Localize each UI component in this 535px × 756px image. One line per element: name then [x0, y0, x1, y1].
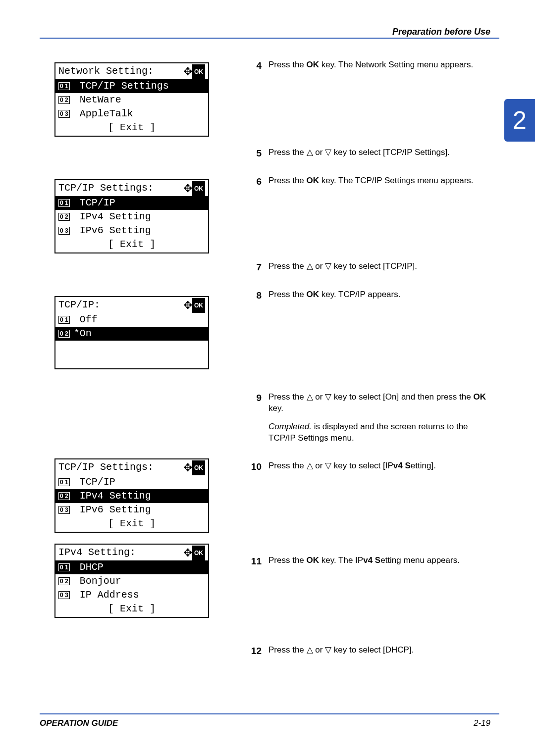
- lcd-title: TCP/IP Settings:: [58, 181, 154, 196]
- softkey-exit: [ Exit ]: [55, 121, 208, 136]
- page-header: Preparation before Use: [392, 27, 490, 37]
- footer-left: OPERATION GUIDE: [40, 718, 118, 728]
- menu-item: 0 2 IPv4 Setting: [55, 489, 208, 503]
- nav-ok-icon: ✥OK: [183, 460, 205, 475]
- lcd-title: Network Setting:: [58, 64, 154, 79]
- up-triangle-icon: △: [307, 148, 313, 157]
- chapter-badge: 2: [504, 99, 535, 142]
- up-triangle-icon: △: [307, 392, 313, 402]
- right-column: 4 Press the OK key. The Network Setting …: [250, 59, 490, 673]
- menu-item: 0 3 IPv6 Setting: [55, 224, 208, 238]
- content-columns: Network Setting: ✥OK 0 1 TCP/IP Settings…: [54, 59, 490, 673]
- lcd-tcpip-settings-2: TCP/IP Settings: ✥OK 0 1 TCP/IP 0 2 IPv4…: [54, 458, 209, 533]
- step-6: 6 Press the OK key. The TCP/IP Settings …: [250, 175, 490, 194]
- menu-item: 0 3 IP Address: [55, 588, 208, 602]
- lcd-title: IPv4 Setting:: [58, 546, 136, 560]
- menu-item: 0 1 Off: [55, 313, 208, 327]
- bottom-rule: [40, 713, 499, 714]
- down-triangle-icon: ▽: [325, 148, 331, 157]
- step-8: 8 Press the OK key. TCP/IP appears.: [250, 289, 490, 307]
- menu-item: 0 2*On: [55, 327, 208, 341]
- down-triangle-icon: ▽: [325, 461, 331, 470]
- step-7: 7 Press the △ or ▽ key to select [TCP/IP…: [250, 261, 490, 279]
- menu-item: 0 1 TCP/IP: [55, 196, 208, 210]
- lcd-tcpip-settings: TCP/IP Settings: ✥OK 0 1 TCP/IP 0 2 IPv4…: [54, 179, 209, 253]
- lcd-title: TCP/IP Settings:: [58, 460, 154, 475]
- menu-item: 0 2 NetWare: [55, 93, 208, 107]
- step-4: 4 Press the OK key. The Network Setting …: [250, 59, 490, 78]
- step-9: 9 Press the △ or ▽ key to select [On] an…: [250, 392, 490, 451]
- down-triangle-icon: ▽: [325, 392, 331, 402]
- step-10: 10 Press the △ or ▽ key to select [IPv4 …: [250, 460, 490, 479]
- lcd-title: TCP/IP:: [58, 298, 100, 313]
- lcd-network-setting: Network Setting: ✥OK 0 1 TCP/IP Settings…: [54, 62, 209, 137]
- nav-ok-icon: ✥OK: [183, 298, 205, 313]
- menu-item: 0 3 IPv6 Setting: [55, 503, 208, 517]
- nav-ok-icon: ✥OK: [183, 546, 205, 560]
- menu-item: 0 1 TCP/IP: [55, 475, 208, 489]
- softkey-exit: [ Exit ]: [55, 602, 208, 617]
- footer-right: 2-19: [474, 718, 490, 728]
- step-12: 12 Press the △ or ▽ key to select [DHCP]…: [250, 645, 490, 663]
- up-triangle-icon: △: [307, 645, 313, 655]
- lcd-tcpip-onoff: TCP/IP: ✥OK 0 1 Off 0 2*On: [54, 296, 209, 369]
- down-triangle-icon: ▽: [325, 261, 331, 271]
- menu-item: 0 3 AppleTalk: [55, 107, 208, 121]
- left-column: Network Setting: ✥OK 0 1 TCP/IP Settings…: [54, 59, 233, 673]
- menu-item: 0 2 IPv4 Setting: [55, 210, 208, 224]
- up-triangle-icon: △: [307, 261, 313, 271]
- softkey-exit: [ Exit ]: [55, 238, 208, 252]
- down-triangle-icon: ▽: [325, 645, 331, 655]
- softkey-exit: [ Exit ]: [55, 517, 208, 532]
- nav-ok-icon: ✥OK: [183, 64, 205, 79]
- step-11: 11 Press the OK key. The IPv4 Setting me…: [250, 555, 490, 573]
- menu-item: 0 2 Bonjour: [55, 574, 208, 588]
- lcd-ipv4-setting: IPv4 Setting: ✥OK 0 1 DHCP 0 2 Bonjour 0…: [54, 544, 209, 618]
- step-5: 5 Press the △ or ▽ key to select [TCP/IP…: [250, 147, 490, 165]
- manual-page: Preparation before Use 2 Network Setting…: [0, 0, 535, 756]
- menu-item: 0 1 TCP/IP Settings: [55, 79, 208, 93]
- menu-item: 0 1 DHCP: [55, 560, 208, 574]
- top-rule: [40, 38, 499, 39]
- up-triangle-icon: △: [307, 461, 313, 470]
- nav-ok-icon: ✥OK: [183, 181, 205, 196]
